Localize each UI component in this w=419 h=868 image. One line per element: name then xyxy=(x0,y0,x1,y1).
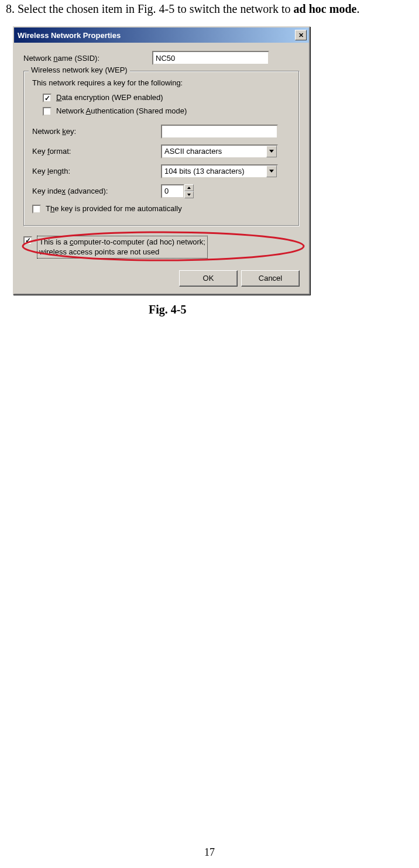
close-button[interactable]: ✕ xyxy=(295,30,307,40)
wep-note: This network requires a key for the foll… xyxy=(32,78,291,87)
auth-checkbox[interactable] xyxy=(43,107,51,116)
wep-groupbox: Wireless network key (WEP) This network … xyxy=(23,71,300,226)
encrypt-label: Data encryption (WEP enabled) xyxy=(56,93,163,103)
autokey-row: The key is provided for me automatically xyxy=(32,204,291,214)
dialog-titlebar: Wireless Network Properties ✕ xyxy=(14,27,309,43)
keylength-dropdown[interactable]: 104 bits (13 characters) xyxy=(161,164,278,178)
auth-row: Network Authentication (Shared mode) xyxy=(32,106,291,116)
ssid-input[interactable] xyxy=(152,51,269,65)
wireless-properties-dialog: Wireless Network Properties ✕ Network na… xyxy=(13,26,310,295)
keyindex-row: Key index (advanced): xyxy=(32,184,291,198)
encrypt-row: Data encryption (WEP enabled) xyxy=(32,93,291,103)
keylength-label: Key length: xyxy=(32,167,161,175)
auth-label: Network Authentication (Shared mode) xyxy=(56,106,187,116)
keylength-row: Key length: 104 bits (13 characters) xyxy=(32,164,291,178)
dialog-title: Wireless Network Properties xyxy=(18,31,121,40)
ssid-row: Network name (SSID): xyxy=(23,51,300,65)
wep-legend: Wireless network key (WEP) xyxy=(29,66,130,74)
adhoc-checkbox[interactable] xyxy=(23,236,32,245)
ok-button[interactable]: OK xyxy=(179,270,238,287)
keyformat-label: Key format: xyxy=(32,147,161,156)
encrypt-checkbox[interactable] xyxy=(43,94,51,102)
ssid-label: Network name (SSID): xyxy=(23,54,152,63)
page-number: 17 xyxy=(0,846,419,859)
keyformat-dropdown[interactable]: ASCII characters xyxy=(161,144,278,159)
autokey-checkbox[interactable] xyxy=(32,205,41,213)
netkey-row: Network key: xyxy=(32,125,291,139)
keyformat-row: Key format: ASCII characters xyxy=(32,144,291,159)
spinner-down-button[interactable] xyxy=(184,191,194,198)
figure-caption: Fig. 4-5 xyxy=(149,303,413,316)
cancel-button[interactable]: Cancel xyxy=(241,270,300,287)
instruction-text: 8. Select the chosen item in Fig. 4-5 to… xyxy=(6,2,413,16)
keyindex-input[interactable] xyxy=(161,184,184,198)
chevron-down-icon xyxy=(266,146,277,157)
autokey-label: The key is provided for me automatically xyxy=(46,204,182,214)
dialog-button-row: OK Cancel xyxy=(23,270,300,287)
close-icon: ✕ xyxy=(298,32,304,39)
spinner-up-button[interactable] xyxy=(184,184,194,191)
adhoc-section: This is a computer-to-computer (ad hoc) … xyxy=(23,236,300,262)
keyindex-label: Key index (advanced): xyxy=(32,187,161,195)
keyindex-spinner xyxy=(161,184,194,198)
netkey-input[interactable] xyxy=(161,125,278,139)
keyformat-value: ASCII characters xyxy=(164,147,222,156)
chevron-down-icon xyxy=(266,166,277,177)
netkey-label: Network key: xyxy=(32,127,161,136)
adhoc-label: This is a computer-to-computer (ad hoc) … xyxy=(37,236,208,259)
keylength-value: 104 bits (13 characters) xyxy=(164,167,245,175)
